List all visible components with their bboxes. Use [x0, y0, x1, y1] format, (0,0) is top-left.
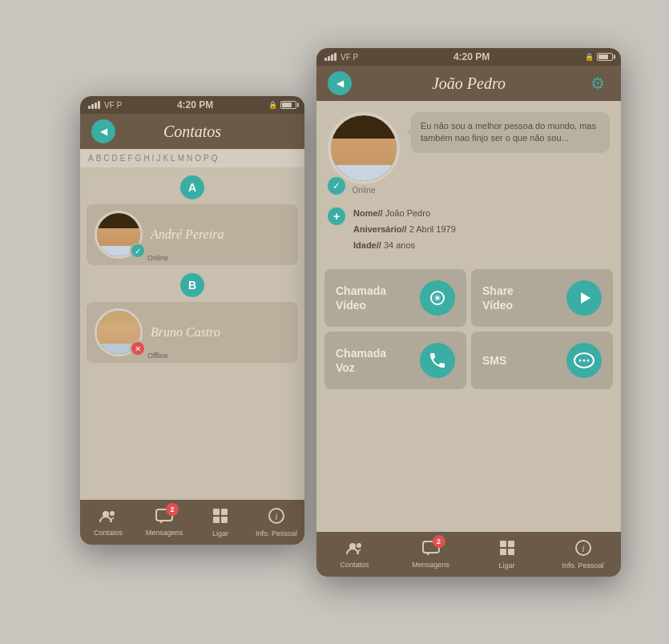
- age-label: Idade//: [353, 240, 381, 250]
- bar3: [95, 103, 97, 109]
- back-button-front[interactable]: [328, 71, 352, 95]
- tab-mensagens-back[interactable]: 2 Mensagens: [136, 500, 192, 545]
- ligar-label-back: Ligar: [212, 529, 228, 537]
- share-video-label: ShareVídeo: [482, 284, 514, 312]
- bar4f: [334, 53, 337, 61]
- alpha-e[interactable]: E: [120, 154, 126, 163]
- offline-label-bruno: Offline: [147, 352, 168, 360]
- name-value: João Pedro: [385, 208, 430, 218]
- speech-text: Eu não sou a melhor pessoa do mundo, mas…: [421, 121, 596, 143]
- alpha-a[interactable]: A: [88, 154, 94, 163]
- profile-body: ✓ Online Eu não sou a melhor pessoa do m…: [316, 101, 621, 532]
- battery-fill-front: [598, 54, 608, 59]
- signal-bars-front: [324, 53, 337, 61]
- sms-icon: [566, 343, 602, 378]
- action-grid: ChamadaVídeo ShareVídeo: [316, 264, 621, 394]
- contacts-header: Contatos: [80, 114, 304, 149]
- tab-bar-back: Contatos 2 Mensagens Ligar i Info. Pesso: [80, 500, 304, 545]
- profile-header: João Pedro ⚙: [316, 66, 621, 101]
- svg-rect-23: [508, 549, 514, 555]
- alpha-l[interactable]: L: [171, 154, 175, 163]
- status-right-front: 🔒: [585, 53, 613, 61]
- alpha-n[interactable]: N: [187, 154, 192, 163]
- face-profile: [331, 115, 397, 181]
- status-badge-bruno: ✕: [130, 340, 146, 356]
- sms-button[interactable]: SMS: [471, 332, 613, 389]
- profile-name-row: Nome// João Pedro: [353, 206, 456, 222]
- settings-button[interactable]: ⚙: [586, 71, 610, 95]
- alpha-m[interactable]: M: [178, 154, 184, 163]
- alpha-g[interactable]: G: [135, 154, 142, 163]
- profile-info-section: + Nome// João Pedro Aniversário// 2 Abri…: [316, 206, 621, 264]
- info-icon-front: i: [575, 540, 591, 560]
- chamada-video-label: ChamadaVídeo: [336, 284, 386, 312]
- contacts-list: A André Pereira ✓ Online B: [80, 167, 304, 500]
- tab-contatos-front[interactable]: Contatos: [316, 532, 393, 577]
- hair-bruno: [97, 311, 140, 324]
- tab-ligar-back[interactable]: Ligar: [192, 500, 248, 545]
- share-video-button[interactable]: ShareVídeo: [471, 269, 613, 327]
- alpha-o[interactable]: O: [195, 154, 201, 163]
- alpha-p[interactable]: P: [204, 154, 209, 163]
- ligar-icon-front: [499, 540, 515, 560]
- bar2: [91, 104, 94, 109]
- bar1: [88, 106, 91, 109]
- tab-mensagens-front[interactable]: 2 Mensagens: [393, 532, 469, 577]
- contact-item-bruno[interactable]: Bruno Castro ✕ Offline: [87, 302, 298, 363]
- contatos-label-back: Contatos: [94, 529, 123, 537]
- speech-bubble: Eu não sou a melhor pessoa do mundo, mas…: [411, 112, 610, 153]
- tab-info-front[interactable]: i Info. Pessoal: [545, 532, 621, 577]
- alpha-k[interactable]: K: [163, 154, 168, 163]
- contacts-app: VF P 4:20 PM 🔒 Contatos A B C D E F G: [80, 96, 304, 545]
- tab-ligar-front[interactable]: Ligar: [469, 532, 545, 577]
- profile-avatar: [328, 112, 400, 184]
- alpha-d[interactable]: D: [112, 154, 118, 163]
- chamada-voz-button[interactable]: ChamadaVoz: [324, 332, 466, 389]
- profile-age-row: Idade// 34 anos: [353, 238, 456, 254]
- alpha-f[interactable]: F: [127, 154, 132, 163]
- svg-point-18: [357, 543, 361, 548]
- alpha-b[interactable]: B: [96, 154, 102, 163]
- ligar-label-front: Ligar: [498, 561, 514, 570]
- svg-point-1: [110, 511, 115, 516]
- time-display: 4:20 PM: [177, 99, 213, 111]
- svg-rect-3: [213, 509, 220, 515]
- svg-point-14: [579, 360, 582, 362]
- alpha-i[interactable]: I: [152, 154, 155, 163]
- name-bruno: Bruno Castro: [151, 325, 220, 340]
- alpha-j[interactable]: J: [156, 154, 160, 163]
- contatos-label-front: Contatos: [340, 561, 369, 569]
- info-label-back: Info. Pessoal: [256, 529, 297, 537]
- add-info-button[interactable]: +: [328, 207, 345, 225]
- battery-fill: [282, 103, 292, 107]
- svg-point-16: [587, 360, 590, 362]
- birthday-value: 2 Abril 1979: [409, 224, 456, 234]
- camera-icon: [420, 280, 455, 316]
- svg-rect-4: [221, 509, 228, 515]
- birthday-label: Aniversário//: [353, 224, 407, 234]
- hair-profile: [331, 115, 397, 139]
- svg-rect-5: [213, 517, 220, 523]
- alpha-h[interactable]: H: [143, 154, 149, 163]
- chamada-video-button[interactable]: ChamadaVídeo: [324, 269, 466, 327]
- contact-item-andre[interactable]: André Pereira ✓ Online: [87, 204, 298, 265]
- svg-point-15: [583, 360, 586, 362]
- status-badge-andre: ✓: [130, 243, 146, 259]
- alpha-q[interactable]: Q: [212, 154, 218, 163]
- battery-icon: [280, 101, 296, 109]
- battery-icon-front: [597, 53, 613, 61]
- back-button[interactable]: [91, 119, 115, 143]
- tab-info-back[interactable]: i Info. Pessoal: [248, 500, 304, 545]
- tab-contatos-back[interactable]: Contatos: [80, 500, 136, 545]
- svg-rect-21: [508, 541, 514, 547]
- svg-rect-6: [221, 517, 228, 523]
- tab-bar-front: Contatos 2 Mensagens Ligar i Info. Pesso: [316, 532, 621, 577]
- play-icon: [566, 280, 602, 316]
- mensagens-label-back: Mensagens: [146, 529, 183, 537]
- carrier-label: VF P: [104, 101, 122, 110]
- signal-area-front: VF P: [324, 53, 358, 62]
- carrier-front: VF P: [341, 53, 358, 62]
- alpha-c[interactable]: C: [103, 154, 109, 163]
- profile-avatar-wrap: ✓ Online: [328, 112, 400, 195]
- alphabet-index: A B C D E F G H I J K L M N O P Q: [80, 149, 304, 167]
